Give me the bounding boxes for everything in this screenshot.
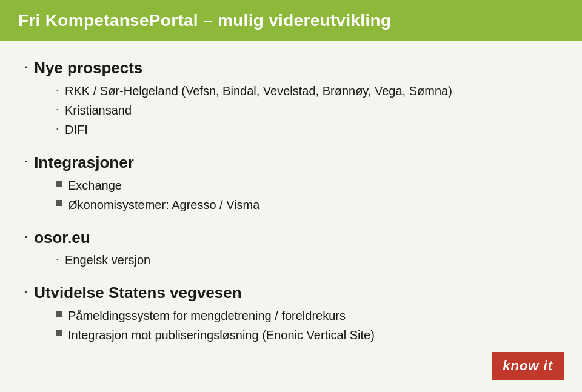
utvidelse-label: Utvidelse Statens vegvesen [34, 283, 242, 304]
list-item: · DIFI [56, 121, 558, 138]
bullet2-kristiansand: · [56, 102, 59, 117]
integrasjoner-label: Integrasjoner [34, 153, 134, 173]
list-item: · Kristiansand [56, 102, 558, 119]
nye-prospects-subitems: · RKK / Sør-Helgeland (Vefsn, Bindal, Ve… [56, 82, 558, 138]
difi-label: DIFI [65, 121, 88, 138]
rkk-label: RKK / Sør-Helgeland (Vefsn, Bindal, Veve… [65, 82, 452, 99]
osor-heading: · osor.eu [24, 228, 558, 248]
bullet2-difi: · [56, 121, 59, 136]
list-item: Exchange [56, 177, 558, 194]
integrasjoner-subitems: Exchange Økonomisystemer: Agresso / Vism… [56, 177, 558, 213]
bullet1-integrasjoner: · [24, 153, 28, 170]
square-bullet-okonomisystemer [56, 200, 62, 206]
pameldingssystem-label: Påmeldingssystem for mengdetrening / for… [68, 307, 346, 324]
nye-prospects-heading: · Nye prospects [24, 58, 558, 79]
know-it-logo: know it [492, 352, 564, 380]
bullet2-engelsk: · [56, 251, 59, 267]
list-item: · Engelsk versjon [56, 251, 558, 268]
bullet2-rkk: · [56, 82, 59, 98]
osor-subitems: · Engelsk versjon [56, 251, 558, 268]
bullet1-nye: · [24, 58, 28, 76]
logo-text: know it [503, 358, 553, 373]
section-osor: · osor.eu · Engelsk versjon [24, 228, 558, 269]
square-bullet-pameldingssystem [56, 311, 62, 317]
square-bullet-integrasjon [56, 330, 62, 336]
bullet1-utvidelse: · [24, 283, 28, 301]
list-item: Integrasjon mot publiseringsløsning (Eno… [56, 327, 558, 344]
list-item: Økonomisystemer: Agresso / Visma [56, 196, 558, 213]
utvidelse-heading: · Utvidelse Statens vegvesen [24, 283, 558, 304]
page-title: Fri KompetansePortal – mulig videreutvik… [18, 11, 564, 30]
nye-prospects-label: Nye prospects [34, 58, 142, 79]
list-item: · RKK / Sør-Helgeland (Vefsn, Bindal, Ve… [56, 82, 558, 99]
engelsk-versjon-label: Engelsk versjon [65, 251, 150, 268]
bullet1-osor: · [24, 228, 28, 245]
list-item: Påmeldingssystem for mengdetrening / for… [56, 307, 558, 324]
integrasjoner-heading: · Integrasjoner [24, 153, 558, 173]
utvidelse-subitems: Påmeldingssystem for mengdetrening / for… [56, 307, 558, 344]
section-utvidelse: · Utvidelse Statens vegvesen Påmeldingss… [24, 283, 558, 344]
header-bar: Fri KompetansePortal – mulig videreutvik… [0, 0, 582, 41]
section-integrasjoner: · Integrasjoner Exchange Økonomisystemer… [24, 153, 558, 213]
section-nye-prospects: · Nye prospects · RKK / Sør-Helgeland (V… [24, 58, 558, 138]
kristiansand-label: Kristiansand [65, 102, 132, 119]
okonomisystemer-label: Økonomisystemer: Agresso / Visma [68, 196, 259, 213]
osor-label: osor.eu [34, 228, 90, 248]
integrasjon-label: Integrasjon mot publiseringsløsning (Eno… [68, 327, 375, 344]
square-bullet-exchange [56, 181, 62, 187]
exchange-label: Exchange [68, 177, 122, 194]
content-area: · Nye prospects · RKK / Sør-Helgeland (V… [0, 41, 582, 362]
